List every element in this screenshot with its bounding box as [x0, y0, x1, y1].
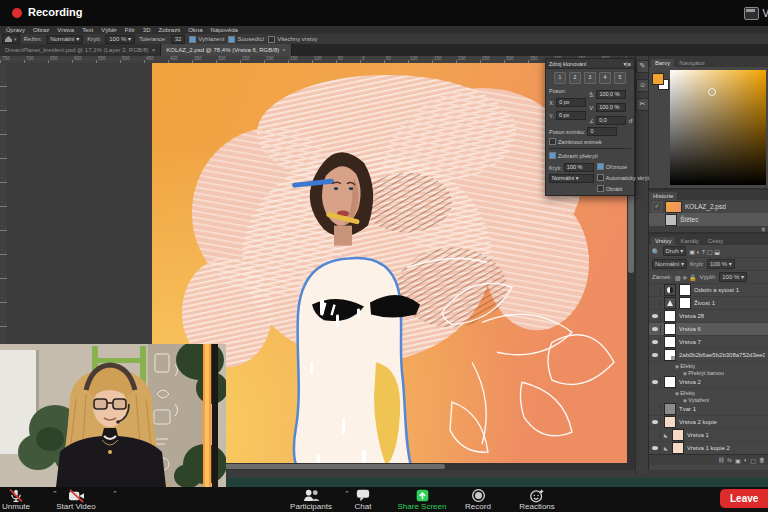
history-state-row[interactable]: Štětec	[649, 213, 768, 226]
color-picker-field[interactable]	[670, 70, 766, 185]
menu-item[interactable]: Výběr	[97, 26, 121, 34]
tab-paths[interactable]: Cesty	[704, 237, 727, 245]
clone-stamp-slot[interactable]: 3	[584, 72, 596, 84]
scale-w-input[interactable]: 100,0 %	[596, 90, 626, 99]
menu-item[interactable]: Vrstva	[53, 26, 78, 34]
visibility-eye-icon[interactable]	[651, 418, 661, 427]
visibility-eye-icon[interactable]	[651, 325, 661, 334]
visibility-eye-icon[interactable]	[651, 444, 661, 453]
clone-stamp-slot[interactable]: 1	[554, 72, 566, 84]
layer-row[interactable]: ◣ Vrstva 6	[649, 323, 768, 336]
layer-row[interactable]: ◣ Odstín a sytost 1	[649, 284, 768, 297]
foreground-background-swatches[interactable]	[652, 73, 668, 89]
visibility-eye-icon[interactable]	[651, 405, 661, 414]
tab-layers[interactable]: Vrstvy	[651, 237, 675, 245]
visibility-eye-icon[interactable]	[651, 378, 661, 387]
scale-h-input[interactable]: 100,0 %	[596, 103, 626, 112]
mode-select[interactable]: Normální ▾	[46, 35, 83, 44]
participants-button[interactable]: Participants	[280, 488, 342, 511]
layer-row[interactable]: ◣ Vrstva 1	[649, 429, 768, 442]
menu-item[interactable]: Okna	[184, 26, 206, 34]
overlay-blend-select[interactable]: Normální ▾	[549, 174, 594, 183]
new-layer-icon[interactable]: ▢	[750, 457, 756, 464]
history-snapshot-row[interactable]: ✓ KOLAZ_2.psd	[649, 200, 768, 213]
close-tab-icon[interactable]: ×	[152, 47, 156, 53]
visibility-eye-icon[interactable]	[651, 351, 661, 360]
adjustment-layer-icon[interactable]: ◐	[744, 457, 748, 463]
autohide-checkbox[interactable]	[597, 174, 604, 181]
color-picker-cursor[interactable]	[708, 88, 716, 96]
layer-row[interactable]: ◣ Tvar 1	[649, 403, 768, 416]
layer-row[interactable]: ◣ Vrstva 7	[649, 336, 768, 349]
tab-channels[interactable]: Kanály	[676, 237, 702, 245]
layer-mask-thumbnail[interactable]	[679, 284, 691, 296]
layer-row[interactable]: ◣ Efekty	[649, 389, 768, 396]
reset-transform-icon[interactable]: ↺	[628, 118, 633, 124]
overlay-opacity-input[interactable]: 100 %	[564, 163, 594, 172]
visibility-eye-icon[interactable]	[651, 431, 661, 440]
layer-thumbnail[interactable]	[672, 429, 684, 441]
unmute-button[interactable]: Unmute	[0, 488, 44, 511]
layer-thumbnail[interactable]	[664, 403, 676, 415]
chat-button[interactable]: Chat	[340, 488, 386, 511]
layer-row[interactable]: ◣ Vrstva 28	[649, 310, 768, 323]
view-button[interactable]: View	[744, 4, 768, 22]
layer-thumbnail[interactable]	[664, 284, 676, 296]
filter-type-icons[interactable]: ▣ ◐ T ▢ ⬓	[689, 248, 720, 255]
layer-thumbnail[interactable]	[664, 310, 676, 322]
layer-thumbnail[interactable]	[664, 297, 676, 309]
clone-stamp-slot[interactable]: 5	[614, 72, 626, 84]
opacity-select[interactable]: 100 % ▾	[105, 35, 135, 44]
document-tab[interactable]: DreamPlanet_kresleni.psd @ 17,1% (Layer …	[0, 44, 161, 56]
start-video-button[interactable]: Start Video	[48, 488, 104, 511]
layer-row[interactable]: ◣ Vrstva 2 kopie	[649, 416, 768, 429]
share-screen-button[interactable]: Share Screen	[390, 488, 454, 511]
layer-thumbnail[interactable]	[672, 442, 684, 454]
layer-mask-thumbnail[interactable]	[679, 297, 691, 309]
antialias-checkbox[interactable]: Vyhlazení	[189, 36, 224, 43]
layer-row[interactable]: ◣ Vrstva 2	[649, 376, 768, 389]
all-layers-checkbox[interactable]: Všechny vrstvy	[268, 36, 317, 43]
lock-frame-checkbox[interactable]	[549, 138, 556, 145]
menu-item[interactable]: Nápověda	[207, 26, 242, 34]
layer-thumbnail[interactable]	[664, 376, 676, 388]
layer-style-fx-icon[interactable]: fx	[727, 457, 732, 463]
menu-item[interactable]: Úpravy	[2, 26, 29, 34]
filter-kind-select[interactable]: Druh ▾	[663, 246, 687, 256]
clipped-checkbox[interactable]	[597, 163, 604, 170]
layer-row[interactable]: ◣ 2ab0b2b6ae5b2b308a752d3ee05fc kopie 3	[649, 349, 768, 362]
visibility-eye-icon[interactable]	[651, 312, 661, 321]
add-mask-icon[interactable]: ▣	[735, 457, 741, 464]
blend-mode-select[interactable]: Normální ▾	[652, 259, 687, 269]
webcam-self-view[interactable]	[0, 344, 226, 487]
menu-item[interactable]: Obraz	[29, 26, 53, 34]
layer-row[interactable]: ◣ Živost 1	[649, 297, 768, 310]
layer-thumbnail[interactable]	[664, 323, 676, 335]
menu-item[interactable]: Filtr	[121, 26, 139, 34]
offset-x-input[interactable]: 0 px	[556, 98, 586, 107]
layer-thumbnail[interactable]	[664, 336, 676, 348]
layer-thumbnail[interactable]	[664, 416, 676, 428]
menu-item[interactable]: Text	[78, 26, 97, 34]
history-brush-source-icon[interactable]: ✓	[652, 202, 662, 212]
leave-button[interactable]: Leave	[720, 489, 768, 508]
tab-navigator[interactable]: Navigátor	[675, 59, 709, 67]
tolerance-input[interactable]: 32	[171, 35, 186, 44]
close-tab-icon[interactable]: ×	[282, 47, 286, 53]
menu-item[interactable]: 3D	[139, 26, 155, 34]
layer-thumbnail[interactable]	[664, 349, 676, 361]
visibility-eye-icon[interactable]	[651, 286, 661, 295]
layer-row[interactable]: ◣ Překrýt barvou	[649, 369, 768, 376]
link-layers-icon[interactable]: ⛓	[718, 457, 724, 463]
visibility-eye-icon[interactable]	[651, 299, 661, 308]
tab-colors[interactable]: Barvy	[651, 59, 674, 67]
menu-item[interactable]: Zobrazit	[155, 26, 185, 34]
reactions-button[interactable]: Reactions	[508, 488, 566, 511]
layer-opacity-select[interactable]: 100 % ▾	[707, 259, 735, 269]
invert-checkbox[interactable]	[597, 185, 604, 192]
clone-stamp-slot[interactable]: 2	[569, 72, 581, 84]
layer-row[interactable]: ◣ Vrstva 1 kopie 2	[649, 442, 768, 454]
start-video-chevron-icon[interactable]: ⌃	[112, 490, 118, 498]
panel-menu-icon[interactable]: ▾|≡	[624, 61, 631, 67]
fill-select[interactable]: 100 % ▾	[719, 272, 747, 282]
